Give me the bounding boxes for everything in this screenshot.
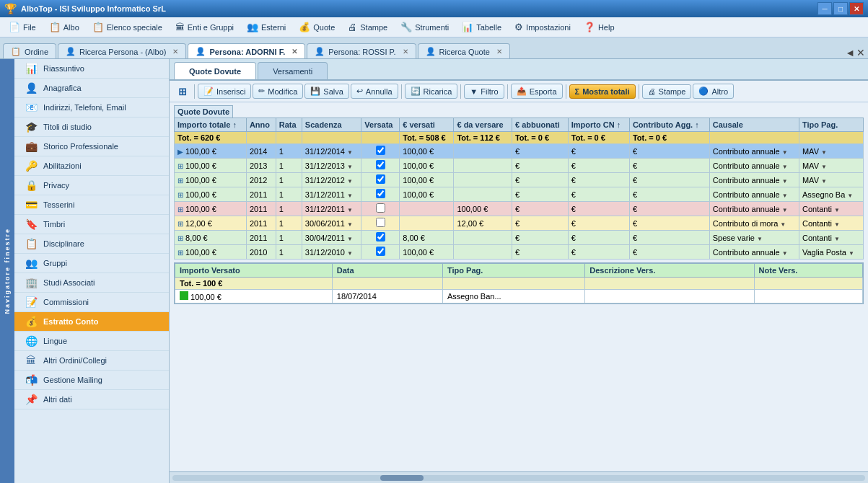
col-importo-totale[interactable]: Importo totale ↑ bbox=[175, 118, 247, 132]
horizontal-scrollbar[interactable] bbox=[170, 471, 868, 483]
table-row[interactable]: ⊞ 8,00 € 2011 1 30/04/2011 ▼ 8,00 € € € … bbox=[175, 231, 864, 245]
menu-esterni[interactable]: 👥 Esterni bbox=[241, 19, 291, 35]
col-tipo-pag[interactable]: Tipo Pag. bbox=[799, 118, 863, 132]
table-row[interactable]: ⊞ 12,00 € 2011 1 30/06/2011 ▼ 12,00 € € … bbox=[175, 216, 864, 231]
sidebar-item-altri-dati[interactable]: 📌 Altri dati bbox=[14, 390, 169, 409]
sidebar-item-timbri[interactable]: 🔖 Timbri bbox=[14, 215, 169, 234]
maximize-button[interactable]: □ bbox=[833, 2, 848, 15]
sidebar-item-indirizzi[interactable]: 📧 Indirizzi, Telefoni, Email bbox=[14, 98, 169, 118]
tab-quote-dovute[interactable]: Quote Dovute bbox=[174, 62, 256, 79]
menu-elenco-speciale[interactable]: 📋 Elenco speciale bbox=[87, 19, 168, 35]
salva-button[interactable]: 💾 Salva bbox=[304, 84, 349, 99]
close-button[interactable]: ✕ bbox=[849, 2, 864, 15]
menu-help[interactable]: ❓ Help bbox=[578, 19, 621, 35]
sidebar-item-altri-ordini[interactable]: 🏛 Altri Ordini/Collegi bbox=[14, 351, 169, 371]
sidebar-item-titoli[interactable]: 🎓 Titoli di studio bbox=[14, 118, 169, 137]
tab-ordine[interactable]: 📋 Ordine bbox=[3, 43, 56, 58]
sub-col-note[interactable]: Note Vers. bbox=[754, 264, 862, 278]
menu-strumenti[interactable]: 🔧 Strumenti bbox=[395, 19, 455, 35]
scadenza-dropdown[interactable]: ▼ bbox=[347, 149, 353, 156]
expand-button[interactable]: ⊞ bbox=[177, 234, 183, 242]
expand-button[interactable]: ⊞ bbox=[177, 249, 183, 257]
versata-checkbox[interactable] bbox=[376, 174, 385, 184]
table-row[interactable]: ▶ 100,00 € 2014 1 31/12/2014 ▼ 100,00 € … bbox=[175, 144, 864, 159]
sub-col-importo[interactable]: Importo Versato bbox=[175, 264, 333, 278]
mostra-totali-button[interactable]: Σ Mostra totali bbox=[569, 84, 636, 99]
scroll-thumb[interactable] bbox=[380, 475, 424, 481]
sidebar-item-lingue[interactable]: 🌐 Lingue bbox=[14, 332, 169, 351]
sidebar-item-privacy[interactable]: 🔒 Privacy bbox=[14, 176, 169, 195]
sidebar-item-gestione-mailing[interactable]: 📬 Gestione Mailing bbox=[14, 371, 169, 390]
col-anno[interactable]: Anno bbox=[246, 118, 276, 132]
tabs-prev-button[interactable]: ◄ bbox=[845, 47, 855, 58]
modifica-button[interactable]: ✏ Modifica bbox=[253, 84, 303, 99]
table-row[interactable]: ⊞ 100,00 € 2011 1 31/12/2011 ▼ 100,00 € … bbox=[175, 187, 864, 202]
sidebar-item-gruppi[interactable]: 👥 Gruppi bbox=[14, 254, 169, 273]
tab-ricerca-persona[interactable]: 👤 Ricerca Persona - (Albo) ✕ bbox=[58, 43, 186, 58]
col-versati[interactable]: € versati bbox=[400, 118, 454, 132]
sidebar-item-commissioni[interactable]: 📝 Commissioni bbox=[14, 293, 169, 312]
menu-impostazioni[interactable]: ⚙ Impostazioni bbox=[509, 19, 577, 35]
col-scadenza[interactable]: Scadenza bbox=[302, 118, 361, 132]
sidebar-item-disciplinare[interactable]: 📋 Disciplinare bbox=[14, 234, 169, 254]
expand-button[interactable]: ⊞ bbox=[177, 191, 183, 199]
expand-button[interactable]: ⊞ bbox=[177, 162, 183, 170]
tabs-next-button[interactable]: ✕ bbox=[856, 47, 865, 58]
table-row[interactable]: ⊞ 100,00 € 2010 1 31/12/2010 ▼ 100,00 € … bbox=[175, 245, 864, 260]
tipopag-dropdown-0[interactable]: ▼ bbox=[821, 149, 827, 156]
expand-button[interactable]: ▶ bbox=[177, 148, 183, 156]
scroll-track[interactable] bbox=[172, 475, 865, 481]
versata-checkbox[interactable] bbox=[376, 146, 385, 155]
sub-col-descrizione[interactable]: Descrizione Vers. bbox=[585, 264, 754, 278]
sidebar-item-anagrafica[interactable]: 👤 Anagrafica bbox=[14, 79, 169, 98]
filtro-button[interactable]: ▼ Filtro bbox=[464, 84, 504, 99]
col-versata[interactable]: Versata bbox=[361, 118, 400, 132]
stampe-button[interactable]: 🖨 Stampe bbox=[642, 84, 692, 99]
sidebar-item-estratto-conto[interactable]: 💰 Estratto Conto bbox=[14, 312, 169, 332]
tab-adorni-close[interactable]: ✕ bbox=[291, 48, 297, 56]
versata-checkbox[interactable] bbox=[376, 218, 385, 227]
table-row[interactable]: ⊞ 100,00 € 2013 1 31/12/2013 ▼ 100,00 € … bbox=[175, 159, 864, 173]
sidebar-item-storico[interactable]: 💼 Storico Professionale bbox=[14, 137, 169, 156]
sub-table-row[interactable]: 100,00 € 18/07/2014 Assegno Ban... bbox=[175, 290, 863, 303]
expand-button[interactable]: ⊞ bbox=[177, 220, 183, 228]
tab-ricerca-quote[interactable]: 👤 Ricerca Quote ✕ bbox=[418, 43, 510, 58]
altro-button[interactable]: 🔵 Altro bbox=[693, 84, 734, 99]
versata-checkbox[interactable] bbox=[376, 247, 385, 256]
sub-col-data[interactable]: Data bbox=[332, 264, 442, 278]
tab-quote-close[interactable]: ✕ bbox=[496, 48, 502, 56]
versata-checkbox[interactable] bbox=[376, 203, 385, 213]
causale-dropdown-0[interactable]: ▼ bbox=[782, 149, 788, 156]
col-contributo-agg[interactable]: Contributo Agg. ↑ bbox=[629, 118, 709, 132]
menu-albo[interactable]: 📋 Albo bbox=[43, 19, 85, 35]
menu-quote[interactable]: 💰 Quote bbox=[293, 19, 341, 35]
annulla-button[interactable]: ↩ Annulla bbox=[351, 84, 398, 99]
table-row[interactable]: ⊞ 100,00 € 2012 1 31/12/2012 ▼ 100,00 € … bbox=[175, 173, 864, 187]
expand-button[interactable]: ⊞ bbox=[177, 177, 183, 185]
col-causale[interactable]: Causale bbox=[709, 118, 799, 132]
table-row[interactable]: ⊞ 100,00 € 2011 1 31/12/2011 ▼ 100,00 € … bbox=[175, 202, 864, 216]
menu-stampe[interactable]: 🖨 Stampe bbox=[342, 19, 393, 35]
menu-enti-gruppi[interactable]: 🏛 Enti e Gruppi bbox=[170, 19, 240, 35]
sidebar-item-riassuntivo[interactable]: 📊 Riassuntivo bbox=[14, 59, 169, 79]
inserisci-button[interactable]: 📝 Inserisci bbox=[198, 84, 251, 99]
ricarica-button[interactable]: 🔄 Ricarica bbox=[405, 84, 458, 99]
tab-persona-rossi[interactable]: 👤 Persona: ROSSI P. ✕ bbox=[307, 43, 416, 58]
menu-tabelle[interactable]: 📊 Tabelle bbox=[456, 19, 507, 35]
tab-ricerca-close[interactable]: ✕ bbox=[172, 48, 178, 56]
minimize-button[interactable]: ─ bbox=[817, 2, 832, 15]
sidebar-item-studi[interactable]: 🏢 Studi Associati bbox=[14, 273, 169, 293]
sub-col-tipo-pag[interactable]: Tipo Pag. bbox=[442, 264, 584, 278]
sidebar-item-abilitazioni[interactable]: 🔑 Abilitazioni bbox=[14, 156, 169, 176]
col-abbuonati[interactable]: € abbuonati bbox=[512, 118, 568, 132]
esporta-button[interactable]: 📤 Esporta bbox=[511, 84, 563, 99]
col-rata[interactable]: Rata bbox=[276, 118, 302, 132]
col-importo-cn[interactable]: Importo CN ↑ bbox=[568, 118, 629, 132]
versata-checkbox[interactable] bbox=[376, 232, 385, 241]
tab-rossi-close[interactable]: ✕ bbox=[403, 48, 408, 56]
expand-all-button[interactable]: ⊞ bbox=[174, 84, 191, 99]
versata-checkbox[interactable] bbox=[376, 160, 385, 169]
col-da-versare[interactable]: € da versare bbox=[454, 118, 512, 132]
menu-file[interactable]: 📄 File bbox=[3, 19, 42, 35]
expand-button[interactable]: ⊞ bbox=[177, 205, 183, 213]
